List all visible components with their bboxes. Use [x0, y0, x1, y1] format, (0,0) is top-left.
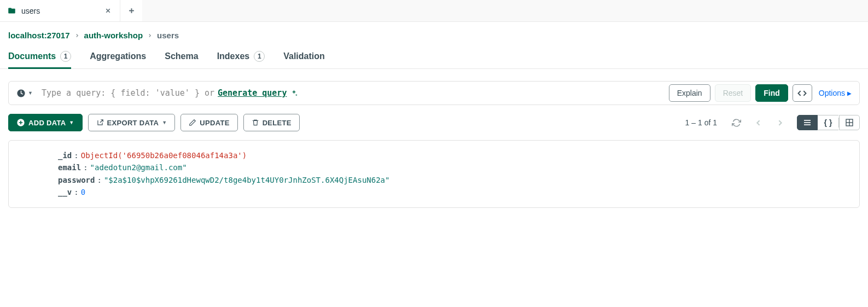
- options-toggle[interactable]: Options ▶: [817, 89, 854, 97]
- nav-tabs: Documents 1 Aggregations Schema Indexes …: [0, 43, 868, 69]
- pencil-icon: [189, 119, 196, 126]
- tab-aggregations[interactable]: Aggregations: [90, 51, 146, 68]
- view-mode-toggle: { }: [797, 115, 860, 130]
- clock-icon: [16, 89, 26, 98]
- list-icon: [803, 118, 812, 127]
- folder-icon: [8, 7, 16, 15]
- close-icon[interactable]: [103, 7, 112, 15]
- export-data-button[interactable]: EXPORT DATA ▼: [88, 114, 176, 131]
- doc-key: password: [58, 174, 95, 186]
- generate-query-link[interactable]: Generate query: [218, 88, 287, 98]
- chevron-right-icon: [147, 33, 153, 38]
- new-tab-button[interactable]: [120, 0, 142, 21]
- update-label: UPDATE: [200, 119, 229, 127]
- doc-field-v: __v : 0: [58, 186, 850, 198]
- doc-key: email: [58, 161, 81, 173]
- code-icon: [797, 89, 807, 98]
- reset-button[interactable]: Reset: [715, 84, 752, 102]
- tab-documents-count: 1: [60, 51, 71, 62]
- chevron-right-icon: [74, 33, 80, 38]
- tab-indexes-label: Indexes: [217, 51, 250, 61]
- update-button[interactable]: UPDATE: [180, 114, 237, 131]
- breadcrumb-collection: users: [157, 31, 179, 40]
- doc-value: "$2a$10$vhpX69261dHewqwD2/t8ge4by1t4UY0r…: [104, 174, 390, 186]
- caret-down-icon: ▼: [162, 120, 167, 125]
- document-card[interactable]: _id: ObjectId('66950b26a0ef08046af14a3a'…: [8, 140, 860, 208]
- breadcrumb: localhost:27017 auth-workshop users: [0, 22, 868, 43]
- next-page-button[interactable]: [772, 114, 788, 131]
- tab-validation-label: Validation: [283, 51, 325, 61]
- view-table-button[interactable]: [839, 115, 860, 130]
- doc-value: 0: [81, 186, 85, 198]
- caret-right-icon: ▶: [847, 90, 852, 96]
- export-data-label: EXPORT DATA: [107, 119, 159, 127]
- options-label: Options: [819, 89, 845, 97]
- explain-button[interactable]: Explain: [669, 84, 710, 102]
- doc-field-password: password : "$2a$10$vhpX69261dHewqwD2/t8g…: [58, 174, 850, 186]
- delete-button[interactable]: DELETE: [243, 114, 300, 131]
- caret-down-icon: ▼: [28, 90, 33, 96]
- add-data-button[interactable]: ADD DATA ▼: [8, 114, 83, 131]
- query-history-button[interactable]: ▼: [12, 86, 37, 100]
- tab-documents[interactable]: Documents 1: [8, 51, 71, 68]
- tab-label: users: [21, 7, 98, 15]
- collection-tab[interactable]: users: [0, 0, 120, 21]
- add-data-label: ADD DATA: [28, 119, 66, 127]
- export-icon: [96, 119, 104, 126]
- tab-bar-empty: [142, 0, 868, 21]
- plus-circle-icon: [16, 118, 25, 127]
- pagination-text: 1 – 1 of 1: [685, 118, 717, 127]
- tab-indexes-count: 1: [254, 51, 265, 62]
- query-input[interactable]: Type a query: { field: 'value' } or Gene…: [42, 88, 665, 98]
- braces-icon: { }: [824, 118, 832, 127]
- query-placeholder: Type a query: { field: 'value' } or: [42, 88, 214, 98]
- action-bar: ADD DATA ▼ EXPORT DATA ▼ UPDATE DELETE 1…: [0, 105, 868, 140]
- tab-bar: users: [0, 0, 868, 22]
- prev-page-button[interactable]: [750, 114, 766, 131]
- doc-key: __v: [58, 186, 72, 198]
- view-json-button[interactable]: { }: [818, 115, 838, 130]
- tab-documents-label: Documents: [8, 51, 56, 61]
- tab-schema[interactable]: Schema: [165, 51, 198, 68]
- doc-field-email: email : "adedotun2@gmail.com": [58, 161, 850, 173]
- trash-icon: [252, 119, 259, 126]
- doc-value: "adedotun2@gmail.com": [90, 161, 187, 173]
- delete-label: DELETE: [263, 119, 292, 127]
- doc-key: _id: [58, 149, 72, 161]
- tab-aggregations-label: Aggregations: [90, 51, 146, 61]
- tab-indexes[interactable]: Indexes 1: [217, 51, 265, 68]
- caret-down-icon: ▼: [69, 120, 74, 125]
- tab-validation[interactable]: Validation: [283, 51, 325, 68]
- breadcrumb-db[interactable]: auth-workshop: [84, 31, 143, 40]
- refresh-button[interactable]: [728, 114, 744, 131]
- breadcrumb-host[interactable]: localhost:27017: [8, 31, 70, 40]
- find-button[interactable]: Find: [755, 84, 788, 102]
- toggle-query-lang-button[interactable]: [793, 84, 812, 102]
- query-bar: ▼ Type a query: { field: 'value' } or Ge…: [8, 81, 860, 105]
- table-icon: [845, 118, 854, 127]
- view-list-button[interactable]: [797, 115, 818, 130]
- doc-field-id: _id: ObjectId('66950b26a0ef08046af14a3a'…: [58, 149, 850, 161]
- doc-value: ObjectId('66950b26a0ef08046af14a3a'): [81, 149, 247, 161]
- tab-schema-label: Schema: [165, 51, 198, 61]
- sparkle-icon: [290, 89, 298, 97]
